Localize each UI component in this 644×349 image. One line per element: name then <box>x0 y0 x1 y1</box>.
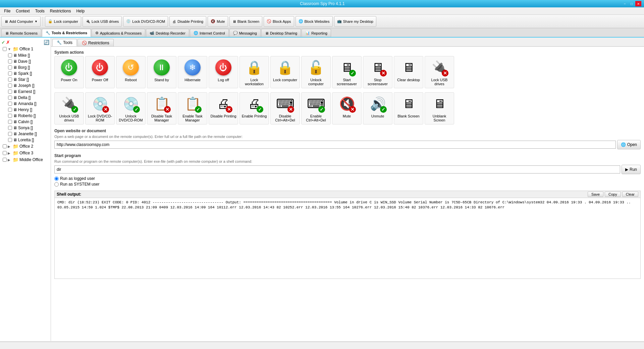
run-logged-user-label[interactable]: Run as logged user <box>54 176 641 181</box>
add-computer-button[interactable]: 🖥 Add Computer ▼ <box>1 16 41 27</box>
action-disable-ctrlaltdel[interactable]: ⌨✕Disable Ctrl+Alt+Del <box>270 92 300 124</box>
action-stop-screensaver[interactable]: 🖥✕Stop screensaver <box>363 56 392 88</box>
computer-checkbox[interactable] <box>8 84 12 88</box>
run-system-user-label[interactable]: Run as SYSTEM user <box>54 182 641 187</box>
office2-checkbox[interactable] <box>3 144 7 148</box>
tab-reporting[interactable]: 📊Reporting <box>302 29 331 37</box>
sub-tab-tools[interactable]: 🔧 Tools <box>52 39 77 46</box>
action-unblank-screen[interactable]: 🖥Unblank Screen <box>425 92 454 124</box>
action-disable-taskmgr[interactable]: 📋✕Disable Task Manager <box>147 92 176 124</box>
lock-computer-toolbar-button[interactable]: 🔒 Lock computer <box>45 16 81 27</box>
list-item[interactable]: 🖥Mike [] <box>7 52 51 58</box>
action-lock-workstation[interactable]: 🔒Lock workstation <box>239 56 269 88</box>
sub-tab-restrictions[interactable]: 🚫 Restrictions <box>77 39 114 46</box>
disable-printing-toolbar-button[interactable]: 🖨 Disable Printing <box>169 16 206 27</box>
computer-checkbox[interactable] <box>8 96 12 100</box>
lock-dvd-toolbar-button[interactable]: 💿 Lock DVD/CD-ROM <box>123 16 168 27</box>
block-apps-toolbar-button[interactable]: 🚫 Block Apps <box>264 16 294 27</box>
list-item[interactable]: 🖥Borg [] <box>7 64 51 70</box>
tab-desktop-sharing[interactable]: 🖥Desktop Sharing <box>261 29 301 37</box>
action-blank-screen[interactable]: 🖥Blank Screen <box>394 92 423 124</box>
minimize-button[interactable]: − <box>622 1 628 6</box>
copy-button[interactable]: Copy <box>605 192 621 197</box>
office3-checkbox[interactable] <box>3 151 7 155</box>
computer-checkbox[interactable] <box>8 120 12 124</box>
action-power-off[interactable]: ⏻Power Off <box>85 56 115 88</box>
action-clear-desktop[interactable]: 🖥Clear desktop <box>394 56 423 88</box>
middle-office-checkbox[interactable] <box>3 158 7 162</box>
tab-messaging[interactable]: 💬Messaging <box>229 29 261 37</box>
tree-group-middle-header[interactable]: ▶ 📁 Middle Office <box>1 156 51 163</box>
command-input[interactable] <box>54 165 620 173</box>
action-enable-taskmgr[interactable]: 📋✓Enable Task Manager <box>178 92 207 124</box>
mute-toolbar-button[interactable]: 🔇 Mute <box>208 16 228 27</box>
office1-checkbox[interactable] <box>3 47 7 51</box>
computer-checkbox[interactable] <box>8 126 12 130</box>
action-unlock-dvd[interactable]: 💿✓Unlock DVD/CD-ROM <box>116 92 146 124</box>
computer-checkbox[interactable] <box>8 132 12 136</box>
list-item[interactable]: 🖥Roberto [] <box>7 113 51 119</box>
action-start-screensaver[interactable]: 🖥✓Start screensaver <box>332 56 362 88</box>
computer-checkbox[interactable] <box>8 71 12 76</box>
run-logged-radio[interactable] <box>54 177 59 181</box>
menu-restrictions[interactable]: Restrictions <box>47 8 74 14</box>
tree-group-office3-header[interactable]: ▶ 📁 Office 3 <box>1 150 51 156</box>
expand-icon-4[interactable]: ▶ <box>8 158 12 162</box>
computer-checkbox[interactable] <box>8 114 12 118</box>
list-item[interactable]: 🖥Amanda [] <box>7 101 51 107</box>
open-button[interactable]: 🌐 Open <box>617 140 641 149</box>
tab-tools-restrictions[interactable]: 🔧Tools & Restrictions <box>42 29 91 37</box>
tab-remote-screens[interactable]: 🖥Remote Screens <box>1 29 41 37</box>
computer-checkbox[interactable] <box>8 65 12 69</box>
action-reboot[interactable]: ↺Reboot <box>116 56 146 88</box>
list-item[interactable]: 🖥Dave [] <box>7 58 51 64</box>
action-unmute[interactable]: 🔊✓Unmute <box>363 92 392 124</box>
list-item[interactable]: 🖥Joseph [] <box>7 83 51 89</box>
action-power-on[interactable]: ⏻Power On <box>54 56 84 88</box>
list-item[interactable]: 🖥Jeanette [] <box>7 131 51 137</box>
list-item[interactable]: 🖥Sonya [] <box>7 125 51 131</box>
computer-checkbox[interactable] <box>8 108 12 112</box>
list-item[interactable]: 🖥Spark [] <box>7 70 51 77</box>
maximize-button[interactable]: □ <box>629 1 635 6</box>
run-button[interactable]: ▶ Run <box>622 165 641 174</box>
computer-checkbox[interactable] <box>8 78 12 82</box>
computer-checkbox[interactable] <box>8 102 12 106</box>
action-lock-computer[interactable]: 🔒Lock computer <box>270 56 300 88</box>
action-unlock-computer[interactable]: 🔓Unlock computer <box>301 56 331 88</box>
list-item[interactable]: 🖥Earnest [] <box>7 89 51 95</box>
list-item[interactable]: 🖥Henry [] <box>7 107 51 113</box>
close-button[interactable]: ✕ <box>635 1 641 6</box>
url-input[interactable] <box>54 141 616 149</box>
list-item[interactable]: 🖥Della [] <box>7 95 51 101</box>
menu-tools[interactable]: Tools <box>33 8 47 14</box>
window-controls[interactable]: − □ ✕ <box>622 1 641 6</box>
expand-icon-2[interactable]: ▶ <box>8 145 12 148</box>
action-lock-dvd[interactable]: 💿✕Lock DVD/CD-ROM <box>85 92 115 124</box>
action-mute[interactable]: 🔇✕Mute <box>332 92 362 124</box>
run-system-radio[interactable] <box>54 182 59 187</box>
lock-usb-toolbar-button[interactable]: 🔌 Lock USB drives <box>83 16 122 27</box>
computer-checkbox[interactable] <box>8 53 12 57</box>
menu-context[interactable]: Context <box>13 8 32 14</box>
save-button[interactable]: Save <box>588 192 603 197</box>
share-desktop-toolbar-button[interactable]: 📺 Share my Desktop <box>334 16 376 27</box>
list-item[interactable]: 🖥Star [] <box>7 77 51 83</box>
tab-applications[interactable]: ⚙Applications & Processes <box>92 29 145 37</box>
tab-internet-control[interactable]: 🌐Internet Control <box>190 29 229 37</box>
menu-help[interactable]: Help <box>73 8 87 14</box>
block-websites-toolbar-button[interactable]: 🌐 Block Websites <box>296 16 333 27</box>
action-lock-usb[interactable]: 🔌✕Lock USB drives <box>425 56 454 88</box>
action-enable-printing[interactable]: 🖨✓Enable Printing <box>239 92 269 124</box>
action-log-off[interactable]: ⏻Log off <box>209 56 238 88</box>
computer-checkbox[interactable] <box>8 59 12 63</box>
tree-group-office1-header[interactable]: ▼ 📁 Office 1 <box>1 46 51 52</box>
action-unlock-usb[interactable]: 🔌✓Unlock USB drives <box>54 92 84 124</box>
action-enable-ctrlaltdel[interactable]: ⌨✓Enable Ctrl+Alt+Del <box>301 92 331 124</box>
tab-desktop-recorder[interactable]: 📹Desktop Recorder <box>146 29 189 37</box>
computer-checkbox[interactable] <box>8 138 12 142</box>
list-item[interactable]: 🖥Loretta [] <box>7 137 51 143</box>
action-stand-by[interactable]: ⏸Stand by <box>147 56 176 88</box>
action-disable-printing[interactable]: 🖨✕Disable Printing <box>209 92 238 124</box>
expand-icon[interactable]: ▼ <box>8 47 12 51</box>
